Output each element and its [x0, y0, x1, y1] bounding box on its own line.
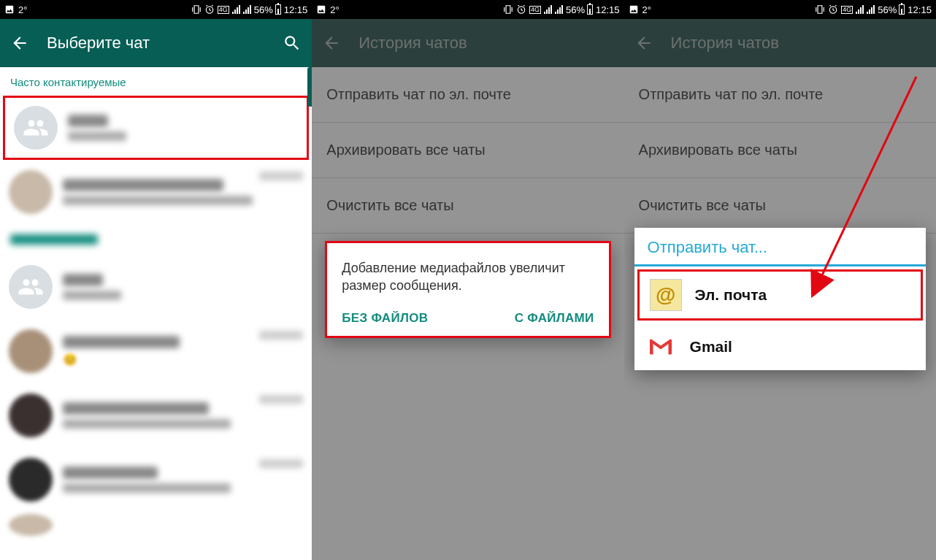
- share-item-email[interactable]: @ Эл. почта: [637, 269, 923, 321]
- contact-row[interactable]: [0, 448, 312, 512]
- dialog-button-no-files[interactable]: БЕЗ ФАЙЛОВ: [342, 311, 428, 326]
- share-item-label: Gmail: [690, 338, 732, 356]
- contact-name-blurred: [63, 336, 180, 348]
- gmail-app-icon: [645, 331, 677, 363]
- battery-icon: [275, 4, 281, 15]
- section-header-frequent: Часто контактируемые: [0, 67, 312, 96]
- avatar: [9, 394, 53, 437]
- signal-icon: [856, 5, 864, 14]
- contact-meta-blurred: [259, 172, 303, 180]
- picture-icon: [316, 4, 326, 15]
- battery-icon: [899, 4, 905, 15]
- group-avatar-icon: [14, 106, 58, 150]
- contact-subtitle-blurred: [63, 196, 253, 205]
- status-bar: 2° 4G 56% 12:15: [0, 0, 312, 19]
- status-bar: 2° 4G 56% 12:15: [312, 0, 624, 19]
- signal-icon-2: [867, 5, 875, 14]
- signal-icon: [232, 5, 240, 14]
- page-title: Выберите чат: [47, 34, 265, 53]
- contact-name-blurred: [63, 274, 103, 286]
- alarm-icon: [828, 4, 838, 15]
- contact-subtitle-blurred: [63, 419, 231, 429]
- vibrate-icon: [191, 4, 202, 15]
- clock-time: 12:15: [596, 4, 620, 15]
- back-icon[interactable]: [10, 34, 29, 53]
- alarm-icon: [204, 4, 215, 15]
- network-badge: 4G: [841, 6, 853, 14]
- signal-icon-2: [243, 5, 251, 14]
- signal-icon: [544, 5, 552, 14]
- picture-icon: [4, 4, 15, 15]
- emoji-blurred: 😊: [63, 353, 249, 367]
- picture-icon: [629, 4, 639, 15]
- avatar: [9, 458, 53, 502]
- contact-meta-blurred: [259, 459, 303, 468]
- vibrate-icon: [815, 4, 825, 15]
- network-badge: 4G: [529, 6, 541, 14]
- share-item-label: Эл. почта: [695, 286, 767, 304]
- temperature: 2°: [18, 4, 27, 15]
- section-header-blurred: [10, 234, 98, 245]
- dialog-button-with-files[interactable]: С ФАЙЛАМИ: [515, 311, 594, 326]
- network-badge: 4G: [218, 6, 229, 14]
- contact-name-blurred: [63, 467, 158, 479]
- contact-row[interactable]: 😊: [0, 319, 312, 383]
- status-bar: 2° 4G 56% 12:15: [624, 0, 936, 19]
- battery-percent: 56%: [878, 4, 897, 15]
- clock-time: 12:15: [284, 4, 308, 15]
- group-avatar-icon: [9, 265, 53, 309]
- contact-name-blurred: [68, 115, 108, 127]
- screen-chat-history-dialog: 2° 4G 56% 12:15 История чатов Отправить …: [312, 0, 624, 560]
- contact-row[interactable]: [0, 255, 312, 319]
- contact-subtitle-blurred: [63, 483, 231, 493]
- alarm-icon: [516, 4, 526, 15]
- contact-meta-blurred: [259, 395, 303, 404]
- screen-share-chat: 2° 4G 56% 12:15 История чатов Отправить …: [624, 0, 936, 560]
- screen-select-chat: 2° 4G 56% 12:15 Выберите чат Часто конта…: [0, 0, 312, 560]
- signal-icon-2: [555, 5, 563, 14]
- contact-subtitle-blurred: [63, 291, 121, 300]
- app-bar: Выберите чат: [0, 19, 312, 67]
- contact-row[interactable]: [0, 383, 312, 448]
- avatar: [9, 170, 53, 214]
- contact-meta-blurred: [259, 331, 303, 340]
- temperature: 2°: [330, 4, 339, 15]
- contact-row[interactable]: [0, 512, 312, 541]
- dialog-message: Добавление медиафайлов увеличит размер с…: [342, 259, 594, 295]
- share-sheet-title: Отправить чат...: [634, 228, 926, 266]
- contact-name-blurred: [63, 179, 223, 191]
- avatar: [9, 514, 53, 536]
- contact-row-highlighted[interactable]: [3, 96, 309, 160]
- contact-subtitle-blurred: [68, 131, 126, 141]
- share-item-gmail[interactable]: Gmail: [634, 323, 926, 370]
- share-sheet: Отправить чат... @ Эл. почта Gmail: [634, 228, 926, 370]
- email-app-icon: @: [650, 279, 682, 311]
- battery-icon: [587, 4, 593, 15]
- battery-percent: 56%: [254, 4, 273, 15]
- clock-time: 12:15: [908, 4, 932, 15]
- media-files-dialog: Добавление медиафайлов увеличит размер с…: [325, 241, 610, 338]
- vibrate-icon: [503, 4, 513, 15]
- contact-row[interactable]: [0, 160, 312, 224]
- temperature: 2°: [642, 4, 651, 15]
- battery-percent: 56%: [566, 4, 585, 15]
- avatar: [9, 329, 53, 373]
- search-icon[interactable]: [283, 34, 302, 53]
- contact-name-blurred: [63, 402, 209, 415]
